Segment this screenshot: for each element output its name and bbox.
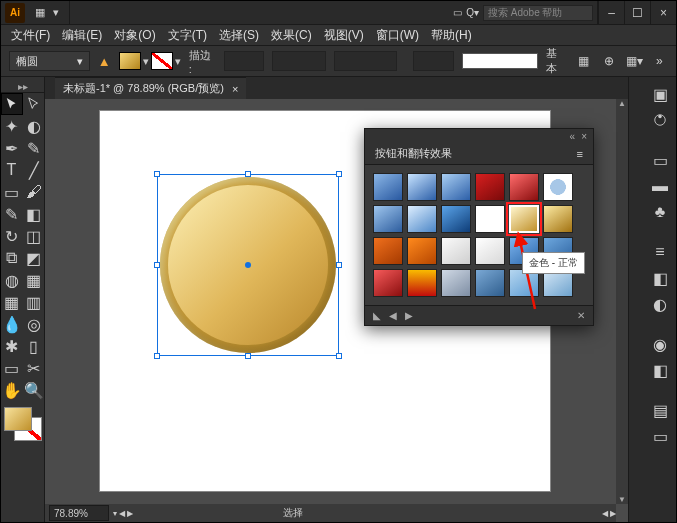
swatch-item[interactable] [475,237,505,265]
appearance-panel-icon[interactable]: ◉ [649,333,671,355]
direct-selection-tool[interactable] [23,93,45,115]
handle-bm[interactable] [245,353,251,359]
eyedropper-tool[interactable]: 💧 [1,313,23,335]
menu-edit[interactable]: 编辑(E) [56,25,108,46]
graphic-styles-panel[interactable]: « × 按钮和翻转效果 ≡ ◣ ◀ ▶ ✕ [364,128,594,326]
more-options[interactable]: » [651,52,668,70]
gradient-panel-icon[interactable]: ◧ [649,267,671,289]
brushes-panel-icon[interactable]: ▬ [649,175,671,197]
opacity-input[interactable] [413,51,454,71]
magic-wand-tool[interactable]: ✦ [1,115,23,137]
panel-collapse-icon[interactable]: « [570,131,576,142]
brush-select[interactable] [334,51,397,71]
expand-toolbar-icon[interactable]: ▸▸ [1,81,44,93]
handle-ml[interactable] [154,262,160,268]
shape-select[interactable]: 椭圆 ▾ [9,51,90,71]
zoom-level-input[interactable]: 78.89% [49,505,109,521]
arrange-icon[interactable]: ▦▾ [626,52,643,70]
swatch-item[interactable] [373,205,403,233]
handle-tr[interactable] [336,171,342,177]
symbols-panel-icon[interactable]: ♣ [649,201,671,223]
swatch-item[interactable] [441,237,471,265]
rotate-tool[interactable]: ↻ [1,225,23,247]
transparency-panel-icon[interactable]: ◐ [649,293,671,315]
swatch-item[interactable] [475,205,505,233]
document-tab[interactable]: 未标题-1* @ 78.89% (RGB/预览) × [55,77,246,99]
menu-window[interactable]: 窗口(W) [370,25,425,46]
layers-panel-icon[interactable]: ▤ [649,399,671,421]
hand-tool[interactable]: ✋ [1,379,23,401]
stroke-panel-icon[interactable]: ≡ [649,241,671,263]
swatch-item[interactable] [509,205,539,233]
next-library-icon[interactable]: ▶ [405,310,413,321]
handle-br[interactable] [336,353,342,359]
menu-effect[interactable]: 效果(C) [265,25,318,46]
menu-help[interactable]: 帮助(H) [425,25,478,46]
swatch-item[interactable] [509,173,539,201]
swatch-item[interactable] [373,173,403,201]
menu-object[interactable]: 对象(O) [108,25,161,46]
fill-color-icon[interactable] [4,407,32,431]
line-tool[interactable]: ╱ [23,159,45,181]
swatch-item[interactable] [407,237,437,265]
gradient-tool[interactable]: ▥ [23,291,45,313]
swatches-panel-icon[interactable]: ▣ [649,83,671,105]
width-tool[interactable]: ⧉ [1,247,23,269]
slice-tool[interactable]: ✂ [23,357,45,379]
swatch-item[interactable] [373,237,403,265]
maximize-button[interactable]: ☐ [624,1,650,25]
graphic-style-swatch[interactable] [462,53,538,69]
swatch-item[interactable] [407,173,437,201]
scale-tool[interactable]: ◫ [23,225,45,247]
swatch-item[interactable] [543,173,573,201]
close-tab-button[interactable]: × [232,83,238,95]
swatch-item[interactable] [543,205,573,233]
swatch-item[interactable] [441,173,471,201]
selection-tool[interactable] [1,93,23,115]
menu-select[interactable]: 选择(S) [213,25,265,46]
search-input[interactable]: 搜索 Adobe 帮助 [483,5,593,21]
swatch-item[interactable] [407,269,437,297]
free-transform-tool[interactable]: ◩ [23,247,45,269]
swatch-item[interactable] [475,269,505,297]
panel-menu-icon[interactable]: ≡ [577,148,583,160]
symbol-sprayer-tool[interactable]: ✱ [1,335,23,357]
stroke-profile-select[interactable] [272,51,326,71]
align-icon[interactable]: ▦ [575,52,592,70]
shaper-tool[interactable]: ✎ [1,203,23,225]
fill-stroke-indicator[interactable] [4,407,42,441]
artboards-panel-icon[interactable]: ▭ [649,425,671,447]
stroke-weight-input[interactable] [224,51,265,71]
artboard-tool[interactable]: ▭ [1,357,23,379]
color-panel-icon[interactable] [649,109,671,131]
swatch-item[interactable] [475,173,505,201]
panel-title-tab[interactable]: 按钮和翻转效果 ≡ [365,143,593,165]
workspace-switcher[interactable]: ▦▾ [25,1,70,25]
shape-builder-tool[interactable]: ◍ [1,269,23,291]
menu-type[interactable]: 文字(T) [162,25,213,46]
selection-bounding-box[interactable] [157,174,339,356]
eraser-tool[interactable]: ◧ [23,203,45,225]
minimize-button[interactable]: – [598,1,624,25]
handle-mr[interactable] [336,262,342,268]
menu-view[interactable]: 视图(V) [318,25,370,46]
swatch-item[interactable] [441,269,471,297]
transform-icon[interactable]: ⊕ [600,52,617,70]
mesh-tool[interactable]: ▦ [1,291,23,313]
handle-tm[interactable] [245,171,251,177]
swatch-item[interactable] [407,205,437,233]
rectangle-tool[interactable]: ▭ [1,181,23,203]
handle-bl[interactable] [154,353,160,359]
blend-tool[interactable]: ◎ [23,313,45,335]
prev-library-icon[interactable]: ◀ [389,310,397,321]
libraries-panel-icon[interactable]: ▭ [649,149,671,171]
stroke-swatch[interactable] [151,52,173,70]
menu-file[interactable]: 文件(F) [5,25,56,46]
paintbrush-tool[interactable]: 🖌 [23,181,45,203]
vertical-scrollbar[interactable]: ▲▼ [616,99,628,504]
pen-tool[interactable]: ✒ [1,137,23,159]
close-button[interactable]: × [650,1,676,25]
fill-swatch[interactable] [119,52,141,70]
panel-close-icon[interactable]: × [581,131,587,142]
zoom-tool[interactable]: 🔍 [23,379,45,401]
